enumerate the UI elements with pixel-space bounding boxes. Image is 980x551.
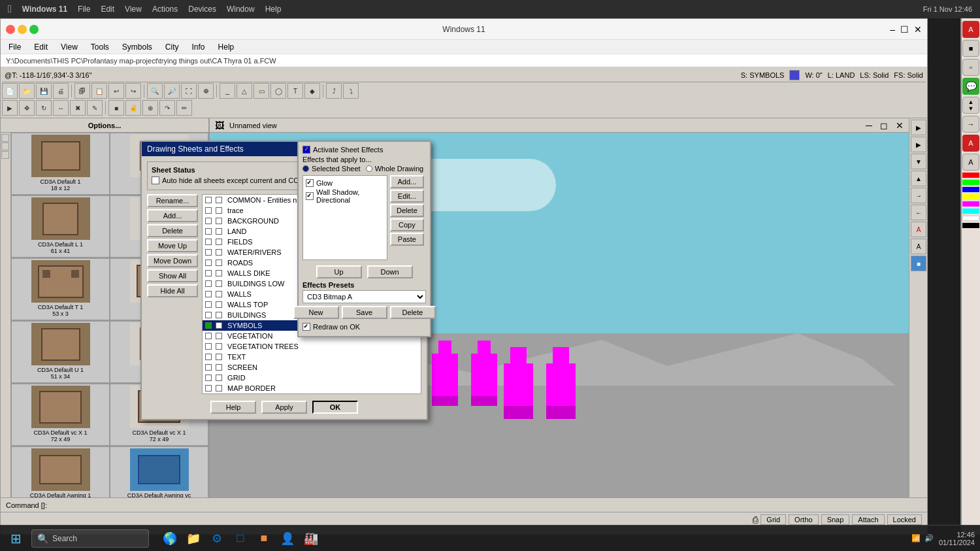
sheet-cb2-wallsdike[interactable] xyxy=(216,270,222,276)
properties-btn[interactable]: ✎ xyxy=(87,100,103,116)
zoom-in-btn[interactable]: 🔍 xyxy=(147,83,163,99)
effects-panel[interactable]: ✓ Activate Sheet Effects Effects that ap… xyxy=(297,141,431,337)
sheet-cb2-trace[interactable] xyxy=(216,207,222,214)
restore-icon[interactable]: ☐ xyxy=(900,24,909,35)
taskbar-icon-6[interactable]: 👤 xyxy=(277,528,298,549)
effects-down-button[interactable]: Down xyxy=(367,265,413,278)
maximize-button[interactable] xyxy=(29,25,39,34)
minimize-button[interactable] xyxy=(18,25,27,34)
effects-up-button[interactable]: Up xyxy=(316,265,362,278)
panel-options-btn[interactable]: Options... xyxy=(1,118,208,133)
start-button[interactable]: ⊞ xyxy=(5,528,26,549)
export-btn[interactable]: ⤴ xyxy=(326,83,342,99)
mac-sidebar-btn-7[interactable]: A xyxy=(962,135,979,152)
mac-sidebar-btn-6[interactable]: → xyxy=(962,116,979,133)
rt-btn-5[interactable]: → xyxy=(911,188,926,203)
view-menu[interactable]: View xyxy=(125,5,142,14)
sheet-cb2-grid[interactable] xyxy=(216,375,222,381)
move-btn[interactable]: ✥ xyxy=(19,100,35,116)
rt-btn-3[interactable]: ▼ xyxy=(911,154,926,169)
symbol-cell-5[interactable]: CD3A Default T 153 x 3 xyxy=(11,258,110,320)
rt-btn-4[interactable]: ▲ xyxy=(911,171,926,186)
rt-btn-7[interactable]: A xyxy=(911,239,926,254)
rotate-btn[interactable]: ↻ xyxy=(36,100,52,116)
sheet-cb1-common[interactable] xyxy=(205,197,212,203)
redraw-checkbox[interactable]: ✓ xyxy=(302,323,310,331)
color-black[interactable] xyxy=(962,223,979,228)
sheet-cb1-screen[interactable] xyxy=(205,364,212,371)
mac-sidebar-btn-5[interactable]: ▲▼ xyxy=(962,97,979,114)
sheet-cb1-wallstop[interactable] xyxy=(205,301,212,308)
sheet-cb2-buildingslow[interactable] xyxy=(216,280,222,287)
delete-button[interactable]: Delete xyxy=(147,224,198,237)
whole-drawing-radio-label[interactable]: Whole Drawing xyxy=(366,165,424,173)
save-btn[interactable]: 💾 xyxy=(36,83,52,99)
join-btn[interactable]: ⊕ xyxy=(142,100,158,116)
draw-line-btn[interactable]: ⎯ xyxy=(220,83,235,99)
sheet-cb1-walls[interactable] xyxy=(205,291,212,297)
taskbar-icon-7[interactable]: 🏭 xyxy=(301,528,321,549)
glow-checkbox[interactable]: ✓ xyxy=(306,179,314,187)
taskbar-icon-2[interactable]: 📁 xyxy=(183,528,204,549)
sheet-cb1-text[interactable] xyxy=(205,354,212,360)
sheet-cb2-wallstop[interactable] xyxy=(216,301,222,308)
color-cyan[interactable] xyxy=(962,209,979,214)
apple-icon[interactable]:  xyxy=(8,3,12,15)
open-btn[interactable]: 📁 xyxy=(19,83,35,99)
node-btn[interactable]: ■ xyxy=(108,100,124,116)
rt-btn-red[interactable]: A xyxy=(911,222,926,237)
symbol-cell-12[interactable]: CD3A Default Awning vc15 x 10 xyxy=(110,446,208,497)
ok-button[interactable]: OK xyxy=(312,401,358,414)
freehand-btn[interactable]: ✏ xyxy=(176,100,192,116)
color-green[interactable] xyxy=(962,180,979,185)
sheet-cb1-symbols[interactable] xyxy=(205,322,212,329)
effects-add-button[interactable]: Add... xyxy=(390,175,424,188)
sheet-cb2-common[interactable] xyxy=(216,197,222,203)
fit-icon[interactable]: ⎙ xyxy=(753,514,758,525)
presets-new-button[interactable]: New xyxy=(293,306,339,319)
view-close-icon[interactable]: ✕ xyxy=(896,120,904,131)
sheet-cb1-water[interactable] xyxy=(205,249,212,256)
color-magenta[interactable] xyxy=(962,201,979,207)
wall-shadow-checkbox[interactable]: ✓ xyxy=(306,192,314,200)
taskbar-icon-4[interactable]: □ xyxy=(230,528,251,549)
sheet-item-grid[interactable]: GRID xyxy=(203,373,421,383)
sheet-cb2-water[interactable] xyxy=(216,249,222,256)
move-down-button[interactable]: Move Down xyxy=(147,254,198,267)
devices-menu[interactable]: Devices xyxy=(188,5,216,14)
selected-sheet-radio[interactable] xyxy=(302,165,309,172)
sheet-cb1-mapborder[interactable] xyxy=(205,385,212,392)
close-button[interactable] xyxy=(6,25,15,34)
effects-copy-button[interactable]: Copy xyxy=(390,218,424,231)
view-restore-icon[interactable]: ◻ xyxy=(880,120,888,131)
sheet-item-text[interactable]: TEXT xyxy=(203,352,421,362)
presets-save-button[interactable]: Save xyxy=(342,306,387,319)
break-btn[interactable]: ✌ xyxy=(125,100,141,116)
move-up-button[interactable]: Move Up xyxy=(147,239,198,252)
sheet-cb1-buildings[interactable] xyxy=(205,312,212,318)
sheet-cb2-buildings[interactable] xyxy=(216,312,222,318)
effects-delete-button[interactable]: Delete xyxy=(390,204,424,217)
help-menu-item[interactable]: Help xyxy=(216,41,237,53)
sheet-cb2-text[interactable] xyxy=(216,354,222,360)
sheet-cb1-land[interactable] xyxy=(205,228,212,235)
mac-sidebar-btn-1[interactable]: A xyxy=(962,21,979,38)
draw-symbol-btn[interactable]: ◆ xyxy=(304,83,320,99)
tools-menu-item[interactable]: Tools xyxy=(88,41,112,53)
sheet-cb2-land[interactable] xyxy=(216,228,222,235)
show-all-button[interactable]: Show All xyxy=(147,269,198,282)
mac-sidebar-btn-8[interactable]: A xyxy=(962,154,979,171)
help-button[interactable]: Help xyxy=(210,401,256,414)
pan-btn[interactable]: ☸ xyxy=(198,83,214,99)
mini-btn-1[interactable] xyxy=(1,134,9,142)
undo-btn[interactable]: ↩ xyxy=(108,83,124,99)
attach-button[interactable]: Attach xyxy=(852,514,884,525)
effects-edit-button[interactable]: Edit... xyxy=(390,190,424,203)
sheet-cb2-mapborder[interactable] xyxy=(216,385,222,392)
draw-circle-btn[interactable]: ◯ xyxy=(270,83,286,99)
delete-btn[interactable]: ✖ xyxy=(70,100,86,116)
presets-delete-button[interactable]: Delete xyxy=(390,306,436,319)
symbol-color-swatch[interactable] xyxy=(789,70,800,80)
rt-btn-blue[interactable]: ■ xyxy=(911,256,926,271)
taskbar-icon-3[interactable]: ⚙ xyxy=(206,528,227,549)
